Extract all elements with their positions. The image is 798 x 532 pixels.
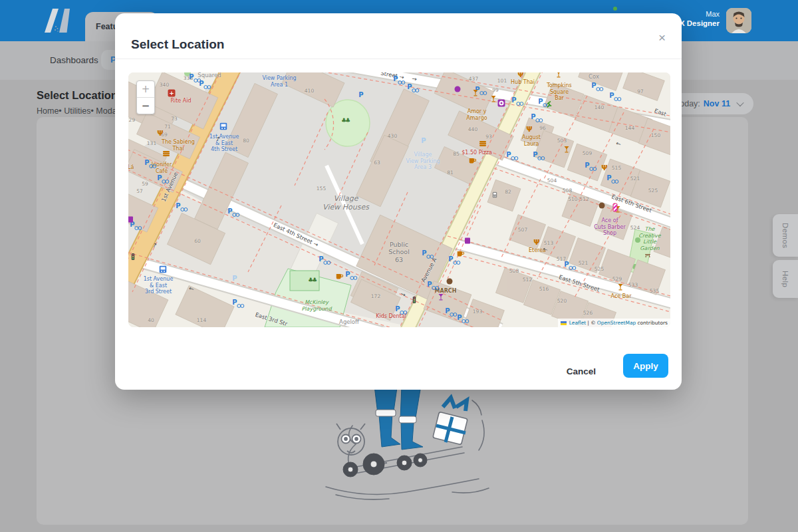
map-marker-picnic-icon bbox=[644, 253, 651, 258]
map-label: 521 bbox=[579, 260, 588, 266]
map-marker-pbike-icon: P bbox=[511, 97, 516, 104]
map-label: 57 bbox=[136, 188, 143, 194]
map-marker-fork-icon: Ψ bbox=[157, 130, 163, 137]
map-marker-runner-icon bbox=[546, 101, 553, 108]
map-marker-cup-icon bbox=[469, 158, 477, 164]
map-label: 81 bbox=[447, 170, 454, 176]
map-label: 533 bbox=[628, 282, 638, 288]
select-location-modal: Select Location × bbox=[115, 13, 682, 390]
map-label: 97 bbox=[637, 88, 644, 94]
map-label: 59 bbox=[142, 181, 148, 187]
avatar-image bbox=[726, 8, 751, 33]
map-marker-pbike-icon: P bbox=[606, 175, 611, 182]
modal-title: Select Location bbox=[131, 37, 224, 52]
map-label: 512 bbox=[523, 277, 532, 283]
map-marker-pbike-icon: P bbox=[427, 281, 432, 288]
map-marker-trees-icon: ♣♣ bbox=[341, 118, 349, 124]
map-marker-bus-icon bbox=[160, 266, 167, 273]
map-label: 1st Avenue & East 3rd Street bbox=[144, 276, 174, 295]
app-logo-icon[interactable] bbox=[43, 9, 72, 33]
map-marker-pbike-icon: P bbox=[227, 208, 232, 215]
map-label: 140 bbox=[595, 104, 604, 110]
map-marker-pbike-icon: P bbox=[591, 82, 596, 89]
map-label: 144 bbox=[625, 125, 634, 131]
map-label: n Lá bbox=[128, 164, 134, 171]
map-label: 509 bbox=[583, 150, 592, 156]
map-marker-fork-icon: Ψ bbox=[601, 164, 607, 172]
apply-button[interactable]: Apply bbox=[623, 354, 668, 378]
map-label: 503 bbox=[557, 138, 567, 144]
map-label: McKinley Playground bbox=[302, 299, 332, 312]
street-label: 1st Avenue bbox=[160, 171, 179, 202]
map-label: August Laura bbox=[522, 134, 541, 147]
map-label: The Sabieng Thai bbox=[162, 139, 195, 152]
side-tab-demos-label: Demos bbox=[781, 223, 789, 248]
map-label: 525 bbox=[648, 188, 658, 194]
map-marker-cocktail-icon bbox=[564, 146, 570, 153]
map-marker-palep-icon: P bbox=[232, 275, 237, 282]
map-label: 515 bbox=[612, 165, 621, 171]
street-label: Avenue A bbox=[420, 257, 438, 283]
map-label: 516 bbox=[539, 286, 549, 292]
map-label: 131 bbox=[147, 140, 156, 146]
map-label: 508 bbox=[509, 268, 519, 274]
map-label: Hub Thai bbox=[511, 79, 535, 86]
map-marker-cocktail-icon bbox=[491, 96, 497, 102]
skating-owl-illustration bbox=[313, 380, 505, 503]
map-marker-p-icon: P bbox=[358, 92, 363, 98]
map-marker-traffic-icon bbox=[413, 297, 416, 303]
osm-link[interactable]: OpenStreetMap bbox=[597, 320, 636, 326]
map-label: Squared bbox=[198, 72, 221, 78]
street-label: East 4th Street → bbox=[273, 221, 320, 248]
map-label: 510-512 bbox=[568, 196, 589, 202]
map-marker-busstop-icon bbox=[493, 192, 497, 198]
map-label: 193 bbox=[473, 309, 482, 315]
attribution-contributors: contributors bbox=[637, 320, 668, 326]
map-marker-pbike-icon: P bbox=[189, 74, 194, 80]
breadcrumb[interactable]: Home• Utilities• Modals bbox=[37, 106, 123, 116]
map-marker-fork-icon: Ψ bbox=[526, 126, 532, 133]
leaflet-link[interactable]: Leaflet bbox=[569, 320, 587, 326]
map-marker-cocktailp-icon bbox=[438, 294, 444, 301]
map-marker-pbike-icon: P bbox=[564, 261, 569, 268]
map-label: 437 bbox=[469, 76, 478, 82]
zoom-out-button[interactable]: − bbox=[137, 98, 154, 114]
nav-item-dashboards[interactable]: Dashboards bbox=[50, 55, 98, 65]
side-tab-demos[interactable]: Demos bbox=[773, 214, 798, 257]
street-label: East 3rd Str bbox=[255, 311, 289, 327]
map-marker-trees-icon: ♣♣ bbox=[308, 277, 316, 283]
map-label: 529 bbox=[612, 276, 622, 282]
map-region[interactable]: Street →EastEast 6th StreetEast 5th Stre… bbox=[128, 72, 670, 327]
map-marker-laundry-icon bbox=[498, 100, 505, 107]
map-marker-arrow-icon: → bbox=[411, 76, 417, 82]
map-marker-pharmacy-icon: + bbox=[168, 90, 176, 97]
map-label: 60 bbox=[194, 238, 201, 244]
avatar[interactable] bbox=[726, 8, 751, 33]
map-label: 63 bbox=[374, 160, 380, 166]
map-marker-pbike-icon: P bbox=[157, 175, 162, 182]
map-marker-palette-icon bbox=[447, 279, 453, 285]
map-marker-pbike-icon: P bbox=[585, 162, 589, 169]
map-label: 520 bbox=[557, 298, 567, 304]
page-title: Select Location bbox=[37, 89, 118, 102]
map-label: The Creative Little Garden bbox=[638, 226, 661, 251]
map-label: 93 bbox=[485, 134, 492, 140]
map-marker-pbike-icon: P bbox=[457, 315, 462, 321]
map-label: 513 bbox=[544, 240, 553, 246]
side-tab-help[interactable]: Help bbox=[773, 260, 798, 298]
map-label: 535 bbox=[650, 288, 659, 294]
map-marker-pbike-icon: P bbox=[199, 80, 203, 87]
cancel-button[interactable]: Cancel bbox=[557, 360, 605, 383]
map-marker-barber-icon bbox=[613, 203, 618, 212]
map-label: 1st Avenue & East 4th Street bbox=[209, 134, 239, 153]
map-marker-pbike-icon: P bbox=[395, 306, 400, 313]
map-label: Village View Houses bbox=[323, 194, 369, 211]
close-icon[interactable]: × bbox=[658, 31, 666, 45]
map-marker-pbike-icon: P bbox=[531, 114, 535, 120]
map-label: Ace of Cuts Barber Shop bbox=[594, 217, 625, 237]
zoom-in-button[interactable]: + bbox=[137, 81, 154, 98]
map-label: 504 bbox=[547, 178, 557, 184]
map-marker-arrow-icon: → bbox=[400, 291, 407, 298]
map-label: 99 bbox=[492, 87, 499, 93]
map-label: Rite Aid bbox=[170, 98, 191, 104]
